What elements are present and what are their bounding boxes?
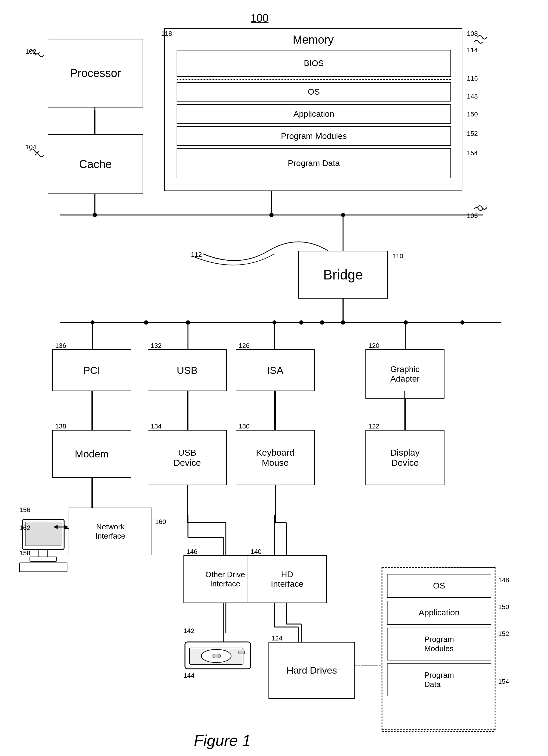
cache-box: Cache <box>48 134 143 194</box>
memory-outer-box: Memory BIOS OS Application Program Modul… <box>164 28 462 191</box>
ref-102: 102 <box>25 48 36 56</box>
svg-point-22 <box>299 320 303 325</box>
svg-point-2 <box>93 213 97 217</box>
display-device-label: DisplayDevice <box>390 448 419 468</box>
usb-box: USB <box>148 349 227 391</box>
ref-160: 160 <box>155 518 166 526</box>
network-interface-label: NetworkInterface <box>95 522 125 541</box>
other-drive-label: Other DriveInterface <box>206 570 245 588</box>
ref-140: 140 <box>251 548 262 556</box>
ref-126: 126 <box>239 342 250 350</box>
keyboard-mouse-label: KeyboardMouse <box>256 448 294 468</box>
program-data-top-box: Program Data <box>177 148 451 178</box>
application-bottom-label: Application <box>419 608 460 617</box>
hd-interface-box: HDInterface <box>248 555 327 603</box>
svg-point-23 <box>320 320 324 325</box>
svg-point-56 <box>212 654 221 658</box>
os-bottom-label: OS <box>433 581 445 591</box>
svg-point-10 <box>341 320 345 325</box>
bridge-box: Bridge <box>298 251 388 299</box>
ref-120: 120 <box>368 342 379 350</box>
isa-box: ISA <box>236 349 315 391</box>
diagram-title: 100 <box>251 12 269 24</box>
ref-144: 144 <box>184 672 195 680</box>
svg-point-21 <box>144 320 148 325</box>
os-top-box: OS <box>177 82 451 102</box>
usb-device-label: USBDevice <box>174 448 201 468</box>
ref-124: 124 <box>272 634 282 642</box>
processor-label: Processor <box>70 67 121 80</box>
display-device-box: DisplayDevice <box>365 430 444 485</box>
ref-108: 108 <box>467 30 478 38</box>
svg-point-60 <box>93 213 97 217</box>
ref-112: 112 <box>191 251 202 259</box>
diagram: 100 Processor 102 Cache 104 Memory BIOS … <box>0 0 548 756</box>
ref-118: 118 <box>161 30 172 38</box>
svg-rect-52 <box>19 563 67 572</box>
ref-158: 158 <box>19 549 30 557</box>
hard-drives-label: Hard Drives <box>287 665 337 676</box>
isa-label: ISA <box>267 365 283 376</box>
ref-152-top: 152 <box>467 130 478 138</box>
svg-rect-50 <box>39 549 48 557</box>
memory-label: Memory <box>165 33 462 46</box>
figure-caption: Figure 1 <box>194 732 251 749</box>
svg-point-27 <box>460 320 464 325</box>
svg-point-16 <box>186 320 190 325</box>
ref-132: 132 <box>151 342 162 350</box>
graphic-adapter-box: GraphicAdapter <box>365 349 444 399</box>
ref-148-top: 148 <box>467 93 478 100</box>
ref-142: 142 <box>184 627 195 635</box>
bios-label: BIOS <box>304 59 324 68</box>
bridge-label: Bridge <box>323 267 363 283</box>
application-bottom-box: Application <box>387 601 491 625</box>
svg-point-19 <box>273 320 276 325</box>
usb-label: USB <box>177 365 198 376</box>
os-bottom-box: OS <box>387 574 491 598</box>
ref-150-bottom: 150 <box>498 603 509 611</box>
ref-156: 156 <box>19 506 30 514</box>
ref-116: 116 <box>467 75 478 82</box>
ref-104: 104 <box>25 143 36 151</box>
application-top-label: Application <box>293 109 334 119</box>
usb-device-box: USBDevice <box>148 430 227 485</box>
svg-point-25 <box>404 320 408 325</box>
ref-110: 110 <box>392 252 403 260</box>
svg-rect-49 <box>25 522 61 546</box>
ref-136: 136 <box>55 342 66 350</box>
bios-box: BIOS <box>177 50 451 77</box>
pci-box: PCI <box>52 349 131 391</box>
cache-label: Cache <box>79 158 112 171</box>
modem-box: Modem <box>52 430 131 478</box>
ref-154-top: 154 <box>467 149 478 157</box>
ref-138: 138 <box>55 422 66 430</box>
modem-label: Modem <box>75 448 109 460</box>
processor-box: Processor <box>48 39 143 107</box>
hard-drives-box: Hard Drives <box>269 642 355 699</box>
ref-146: 146 <box>187 548 198 556</box>
ref-122: 122 <box>368 422 379 430</box>
program-data-top-label: Program Data <box>288 159 340 168</box>
ref-162: 162 <box>19 524 30 532</box>
pci-label: PCI <box>83 365 100 376</box>
ref-150-top: 150 <box>467 110 478 118</box>
ref-148-bottom: 148 <box>498 576 509 584</box>
keyboard-mouse-box: KeyboardMouse <box>236 430 315 485</box>
program-modules-bottom-box: ProgramModules <box>387 628 491 660</box>
ref-152-bottom: 152 <box>498 630 509 638</box>
ref-134: 134 <box>151 422 162 430</box>
network-interface-box: NetworkInterface <box>69 508 152 555</box>
program-data-bottom-box: ProgramData <box>387 663 491 696</box>
graphic-adapter-label: GraphicAdapter <box>390 365 419 384</box>
os-top-label: OS <box>308 87 320 97</box>
program-data-bottom-label: ProgramData <box>424 671 454 689</box>
ref-106: 106 <box>467 212 478 220</box>
program-modules-top-box: Program Modules <box>177 126 451 146</box>
program-modules-bottom-label: ProgramModules <box>424 635 454 653</box>
ref-114: 114 <box>467 46 478 54</box>
svg-point-12 <box>90 320 95 325</box>
ref-130: 130 <box>239 422 250 430</box>
svg-point-5 <box>270 213 274 217</box>
ref-154-bottom: 154 <box>498 678 509 686</box>
computer-terminal-icon <box>16 514 70 576</box>
